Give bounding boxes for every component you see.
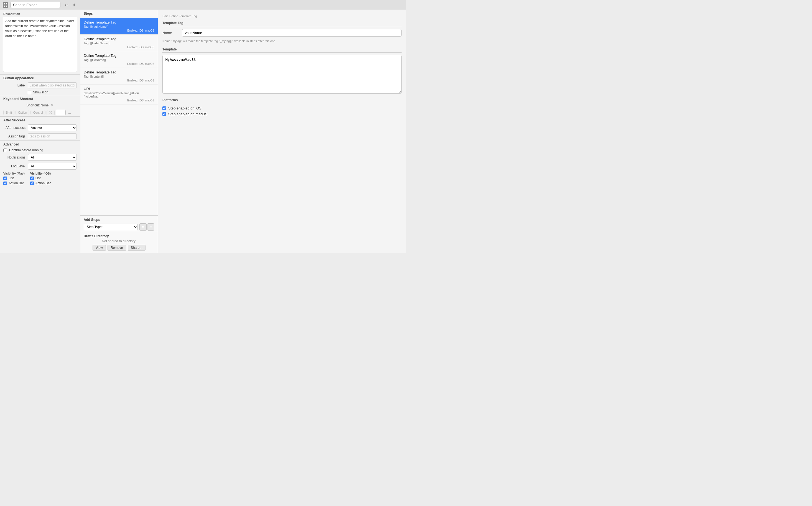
visibility-mac-label: Visibility (Mac) <box>3 172 25 175</box>
add-remove-btns: + − <box>139 223 154 231</box>
show-icon-label: Show icon <box>33 90 48 94</box>
cmd-button[interactable]: ⌘ <box>47 110 55 115</box>
log-level-row: Log Level All Errors None <box>0 162 80 171</box>
option-button[interactable]: Option <box>15 110 29 115</box>
name-label: Name <box>162 31 179 35</box>
step-item[interactable]: Define Template Tag Tag: [[fileName]] En… <box>80 51 158 68</box>
name-row: Name <box>162 29 402 36</box>
visibility-ios: Visibility (iOS) List Action Bar <box>30 172 51 185</box>
assign-tags-row: Assign tags <box>0 132 80 141</box>
visibility-mac: Visibility (Mac) List Action Bar <box>3 172 25 185</box>
step-item[interactable]: Define Template Tag Tag: [[content]] Ena… <box>80 68 158 85</box>
control-button[interactable]: Control <box>30 110 45 115</box>
shortcut-row: Shortcut: None ✕ <box>0 102 80 109</box>
steps-list: Define Template Tag Tag: [[vaultName]] E… <box>80 17 158 215</box>
label-row: Label <box>0 81 80 89</box>
ios-actionbar-checkbox[interactable] <box>30 181 34 185</box>
step-item[interactable]: URL obsidian://new?vault=[[vaultName]]&f… <box>80 85 158 104</box>
shift-button[interactable]: Shift <box>3 110 14 115</box>
right-panel: Edit: Define Template Tag Template Tag N… <box>158 10 406 253</box>
view-button[interactable]: View <box>93 245 106 251</box>
step-tag: Tag: [[content]] <box>84 75 154 78</box>
mac-actionbar-checkbox[interactable] <box>3 181 7 185</box>
description-area[interactable]: Add the current draft to the MyIncredibl… <box>3 17 77 72</box>
vis-mac-list: List <box>3 176 25 180</box>
step-item[interactable]: Define Template Tag Tag: [[vaultName]] E… <box>80 18 158 35</box>
notifications-select[interactable]: All Errors None <box>28 154 77 161</box>
shortcut-label: Shortcut: None <box>26 103 49 107</box>
assign-tags-input[interactable] <box>28 133 77 140</box>
drafts-directory-buttons: View Remove Share... <box>84 245 154 251</box>
grid-icon <box>3 2 8 8</box>
log-level-label: Log Level <box>3 164 25 168</box>
show-icon-checkbox[interactable] <box>28 91 31 94</box>
ios-enabled-label: Step enabled on iOS <box>168 106 201 110</box>
mac-list-checkbox[interactable] <box>3 176 7 180</box>
svg-rect-2 <box>4 6 5 7</box>
undo-button[interactable]: ↩ <box>64 2 70 8</box>
macos-enabled-checkbox[interactable] <box>162 112 166 116</box>
middle-panel: Steps Define Template Tag Tag: [[vaultNa… <box>80 10 158 253</box>
ios-enabled-checkbox[interactable] <box>162 106 166 110</box>
add-step-button[interactable]: + <box>139 223 147 231</box>
shortcut-clear-button[interactable]: ✕ <box>51 103 54 107</box>
platform-ios-row: Step enabled on iOS <box>162 106 402 110</box>
after-success-label: After success <box>3 126 25 130</box>
step-enabled: Enabled: iOS, macOS <box>84 99 154 102</box>
remove-directory-button[interactable]: Remove <box>107 245 126 251</box>
notifications-row: Notifications All Errors None <box>0 153 80 162</box>
step-tag: Tag: [[vaultName]] <box>84 25 154 28</box>
folder-name-input[interactable] <box>10 2 61 8</box>
key-input[interactable] <box>56 110 66 115</box>
remove-step-button[interactable]: − <box>147 223 154 231</box>
step-tag: Tag: [[folderName]] <box>84 41 154 45</box>
svg-rect-0 <box>4 3 5 4</box>
drafts-directory: Drafts Directory Not shared to directory… <box>80 232 158 253</box>
platforms-section-label: Platforms <box>162 98 402 103</box>
confirm-row: Confirm before running <box>0 148 80 153</box>
vis-ios-list: List <box>30 176 51 180</box>
step-types-select[interactable]: Step Types <box>84 224 138 230</box>
name-input[interactable] <box>182 29 402 36</box>
top-bar-actions: ↩ ⬆ <box>64 2 77 8</box>
after-success-row: After success Archive Nothing Trash <box>0 123 80 132</box>
step-title: URL <box>84 87 154 91</box>
after-success-select[interactable]: Archive Nothing Trash <box>28 124 77 131</box>
step-title: Define Template Tag <box>84 37 154 41</box>
after-success-header: After Success <box>0 116 80 123</box>
step-enabled: Enabled: iOS, macOS <box>84 29 154 32</box>
ios-list-checkbox[interactable] <box>30 176 34 180</box>
name-hint: Name "mytag" will make the template tag … <box>162 39 402 44</box>
notifications-label: Notifications <box>3 156 25 159</box>
platform-macos-row: Step enabled on macOS <box>162 112 402 116</box>
confirm-checkbox[interactable] <box>3 149 7 152</box>
vis-mac-actionbar: Action Bar <box>3 181 25 185</box>
step-title: Define Template Tag <box>84 54 154 58</box>
template-tag-section: Template Tag <box>162 21 402 26</box>
add-steps-controls: Step Types + − <box>84 223 154 231</box>
step-title: Define Template Tag <box>84 20 154 24</box>
more-button[interactable]: ... <box>67 110 72 115</box>
share-button[interactable]: ⬆ <box>71 2 77 8</box>
template-textarea[interactable]: MyAwesomeVault <box>162 55 402 94</box>
assign-tags-label: Assign tags <box>3 135 25 138</box>
ios-list-label: List <box>35 176 41 180</box>
log-level-select[interactable]: All Errors None <box>28 163 77 170</box>
macos-enabled-label: Step enabled on macOS <box>168 112 208 116</box>
add-steps-label: Add Steps <box>84 218 154 222</box>
mac-list-label: List <box>9 176 14 180</box>
step-enabled: Enabled: iOS, macOS <box>84 79 154 82</box>
description-label: Description <box>0 10 80 17</box>
step-title: Define Template Tag <box>84 70 154 74</box>
step-item[interactable]: Define Template Tag Tag: [[folderName]] … <box>80 35 158 51</box>
mac-actionbar-label: Action Bar <box>9 181 24 185</box>
label-field-label: Label <box>3 83 25 87</box>
vis-ios-actionbar: Action Bar <box>30 181 51 185</box>
ios-actionbar-label: Action Bar <box>35 181 51 185</box>
share-directory-button[interactable]: Share... <box>128 245 146 251</box>
add-steps-bar: Add Steps Step Types + − <box>80 215 158 232</box>
label-input[interactable] <box>28 82 77 88</box>
step-tag: obsidian://new?vault=[[vaultName]]&file=… <box>84 91 154 98</box>
show-icon-row: Show icon <box>0 89 80 95</box>
template-section-label: Template <box>162 48 402 53</box>
